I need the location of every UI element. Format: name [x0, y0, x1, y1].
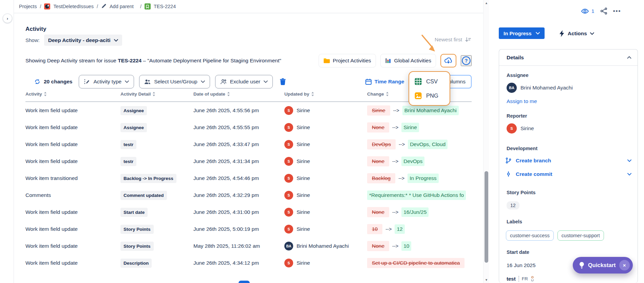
updated-by-cell: BA Brini Mohamed Ayachi [284, 242, 367, 250]
activity-detail-badge: Story Points [120, 242, 154, 251]
change-new-value: *Requirements:* * Use GitHub Actions fo [367, 190, 466, 200]
change-old-value: 10 [367, 224, 382, 234]
clear-filters-button[interactable] [279, 78, 286, 85]
activity-cell: Comments [25, 192, 120, 198]
watchers-button[interactable]: 1 [581, 8, 594, 15]
chevron-down-icon[interactable] [627, 173, 631, 176]
assignee-avatar: BA [507, 83, 517, 93]
export-png-option[interactable]: PNG [409, 88, 450, 103]
date-cell: May 28th 2025, 11:26:02 am [193, 243, 284, 249]
activity-view-dropdown[interactable]: Deep Activity - deep-aciti [44, 35, 122, 46]
export-csv-option[interactable]: CSV [409, 74, 450, 88]
watchers-count: 1 [591, 8, 594, 14]
activity-detail-badge: Assignee [120, 123, 147, 132]
assign-to-me-link[interactable]: Assign to me [507, 98, 537, 104]
status-dropdown[interactable]: In Progress [499, 27, 545, 39]
png-image-icon [415, 92, 422, 99]
quickstart-label: Quickstart [588, 262, 616, 268]
export-button[interactable] [440, 54, 456, 67]
tab-project-activities[interactable]: Project Activities [319, 54, 376, 67]
exclude-user-filter[interactable]: Exclude user [215, 75, 273, 88]
help-button[interactable]: ? [461, 55, 472, 66]
folder-icon [323, 58, 330, 63]
table-row: Work item field update Description June … [25, 255, 472, 271]
column-header-activity-detail[interactable]: Activity Detail [120, 92, 193, 97]
avatar: S [284, 140, 293, 149]
updated-by-cell: S Sirine [284, 140, 367, 149]
create-commit-button[interactable]: Create commit [505, 171, 631, 177]
share-button[interactable] [600, 7, 607, 15]
changes-count-label: 20 changes [44, 79, 72, 85]
language-badge[interactable]: FR [522, 276, 528, 281]
activity-type-filter[interactable]: Activity type [79, 75, 134, 88]
details-title: Details [507, 55, 524, 61]
export-dropdown-menu: CSV PNG [409, 71, 450, 106]
change-new-value: 10 [401, 241, 411, 251]
reporter-value[interactable]: S Sirine [507, 123, 534, 134]
column-header-date[interactable]: Date of update [193, 92, 284, 97]
scroll-down-arrow[interactable]: ▼ [484, 278, 489, 282]
partial-hidden-button[interactable] [239, 281, 250, 283]
activity-detail-badge: Comment updated [120, 191, 167, 200]
change-arrow: --> [385, 226, 392, 232]
activity-cell: Work item field update [25, 141, 120, 147]
activity-cell: Work item field update [25, 107, 120, 114]
date-cell: June 26th 2025, 4:55:55 pm [193, 124, 284, 130]
sort-order-label: Newest first [435, 37, 462, 43]
select-user-group-filter[interactable]: Select User/Group [139, 75, 210, 88]
breadcrumb-add-parent-link[interactable]: Add parent [110, 4, 134, 9]
vertical-scrollbar[interactable]: ▲ ▼ [483, 0, 489, 283]
user-exclude-icon [220, 79, 227, 85]
updated-by-name: Sirine [297, 175, 310, 181]
table-row: Work item field update Story Points June… [25, 221, 472, 238]
story-points-value[interactable]: 12 [507, 201, 519, 209]
change-cell: None --> 16/Jun/25 [367, 207, 472, 217]
updated-by-cell: S Sirine [284, 106, 367, 115]
chevron-down-icon [114, 39, 118, 42]
activity-type-icon [84, 79, 90, 85]
updated-by-cell: S Sirine [284, 225, 367, 234]
tab-global-activities[interactable]: Global Activities [380, 54, 436, 67]
assignee-value[interactable]: BA Brini Mohamed Ayachi [507, 83, 573, 93]
activity-cell: Work item field update [25, 158, 120, 164]
story-points-label: Story Points [507, 190, 535, 195]
status-label: In Progress [504, 31, 532, 36]
chevron-down-icon[interactable] [627, 159, 631, 162]
quickstart-close-button[interactable]: × [619, 260, 630, 270]
breadcrumb-project-link[interactable]: TestDeletedIssues [53, 4, 93, 9]
trash-icon [279, 78, 286, 85]
quickstart-button[interactable]: Quickstart × [573, 257, 633, 274]
breadcrumb-issue-link[interactable]: TES-2224 [154, 4, 176, 9]
change-old-value: Sirine [367, 105, 390, 116]
sort-order-control[interactable]: Newest first [435, 37, 471, 43]
time-range-button[interactable]: Time Range [365, 78, 404, 85]
filter-toolbar: 20 changes Activity type Select User/Gro… [34, 75, 472, 88]
column-header-updated-by[interactable]: Updated by [284, 92, 367, 97]
column-header-activity[interactable]: Activity [25, 92, 120, 97]
stream-description: Showing Deep Activity stream for issue T… [25, 58, 281, 64]
change-arrow: --> [392, 243, 398, 249]
start-date-value[interactable]: 16 Jun 2025 [507, 262, 535, 268]
changes-counter[interactable]: 20 changes [34, 78, 72, 85]
date-cell: June 26th 2025, 4:54:46 pm [193, 175, 284, 181]
change-arrow: --> [392, 159, 398, 164]
scrollbar-thumb[interactable] [485, 171, 488, 263]
change-old-value: None [367, 241, 389, 251]
scroll-up-arrow[interactable]: ▲ [484, 1, 489, 5]
change-old-value: None [367, 122, 389, 133]
updated-by-cell: S Sirine [284, 191, 367, 200]
table-row: Work item field update Assignee June 26t… [25, 119, 472, 136]
details-panel-header[interactable]: Details [499, 49, 638, 66]
label-chip[interactable]: customer-success [506, 230, 554, 241]
change-arrow: --> [392, 209, 398, 215]
label-chip[interactable]: customer-support [557, 230, 604, 241]
activity-table-body: Work item field update Assignee June 26t… [25, 102, 472, 271]
more-actions-button[interactable]: ••• [613, 8, 621, 15]
users-icon [144, 79, 151, 85]
create-branch-button[interactable]: Create branch [505, 157, 631, 164]
actions-dropdown[interactable]: Actions [559, 28, 594, 39]
translate-widget[interactable]: test FR [507, 276, 534, 282]
sidebar-expand-button[interactable]: › [3, 14, 12, 23]
breadcrumb-projects-link[interactable]: Projects [19, 4, 37, 9]
breadcrumb: Projects / TestDeletedIssues / Add paren… [19, 0, 176, 13]
